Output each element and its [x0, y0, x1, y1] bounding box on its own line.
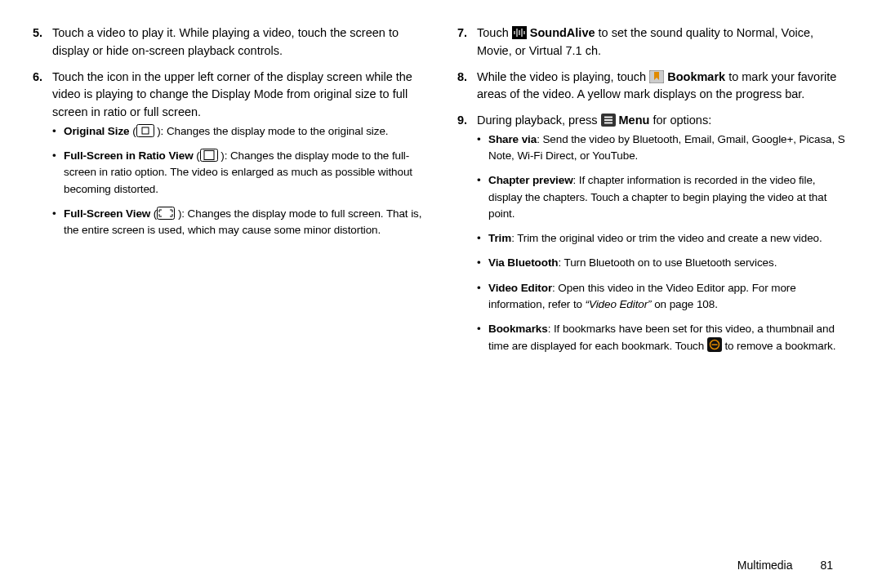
bullet-video-editor: Video Editor: Open this video in the Vid…: [477, 280, 849, 314]
svg-rect-0: [136, 124, 154, 136]
step-text: Touch the icon in the upper left corner …: [52, 70, 412, 119]
soundalive-label: SoundAlive: [527, 26, 595, 39]
step-7: 7. Touch SoundAlive to set the sound qua…: [457, 24, 849, 60]
step-9: 9. During playback, press Menu for optio…: [457, 112, 849, 363]
bullet-trim: Trim: Trim the original video or trim th…: [477, 230, 849, 247]
video-editor-ref: “Video Editor”: [586, 298, 652, 310]
bullet-rest: Changes the display mode to the original…: [167, 125, 389, 137]
lead-label: Original Size: [64, 125, 129, 137]
step-text: Touch a video to play it. While playing …: [52, 24, 425, 60]
page-footer: Multimedia 81: [737, 559, 833, 572]
full-screen-icon: [157, 207, 175, 220]
step-6: 6. Touch the icon in the upper left corn…: [33, 69, 425, 247]
bullet-via-bluetooth: Via Bluetooth: Turn Bluetooth on to use …: [477, 255, 849, 271]
bullet-bookmarks: Bookmarks: If bookmarks have been set fo…: [477, 321, 849, 355]
page-number: 81: [820, 559, 833, 572]
remove-bookmark-icon: [707, 337, 722, 352]
bullet-original-size: Original Size ( ): Changes the display m…: [52, 123, 425, 140]
soundalive-icon: [512, 26, 527, 39]
step-5: 5. Touch a video to play it. While playi…: [33, 24, 425, 60]
bullet-ratio-view: Full-Screen in Ratio View ( ): Changes t…: [52, 148, 425, 198]
left-column: 5. Touch a video to play it. While playi…: [33, 24, 425, 372]
ratio-view-icon: [200, 149, 218, 162]
step-number: 7.: [457, 24, 477, 60]
step-number: 9.: [457, 112, 477, 363]
step-number: 8.: [457, 69, 477, 105]
bullet-chapter-preview: Chapter preview: If chapter information …: [477, 172, 849, 222]
lead-label: Full-Screen View: [64, 207, 150, 220]
bookmark-icon: [649, 70, 664, 83]
svg-rect-4: [158, 207, 175, 219]
bullet-share-via: Share via: Send the video by Bluetooth, …: [477, 131, 849, 165]
right-column: 7. Touch SoundAlive to set the sound qua…: [457, 24, 849, 372]
original-size-icon: [136, 124, 154, 137]
step-number: 5.: [33, 24, 52, 60]
bookmark-label: Bookmark: [664, 70, 725, 83]
step-number: 6.: [33, 69, 52, 247]
bullet-full-screen: Full-Screen View ( ): Changes the displa…: [52, 206, 425, 239]
step-8: 8. While the video is playing, touch Boo…: [457, 69, 849, 105]
lead-label: Full-Screen in Ratio View: [64, 149, 194, 162]
menu-label: Menu: [616, 114, 650, 127]
section-label: Multimedia: [737, 559, 793, 572]
menu-icon: [601, 114, 616, 127]
